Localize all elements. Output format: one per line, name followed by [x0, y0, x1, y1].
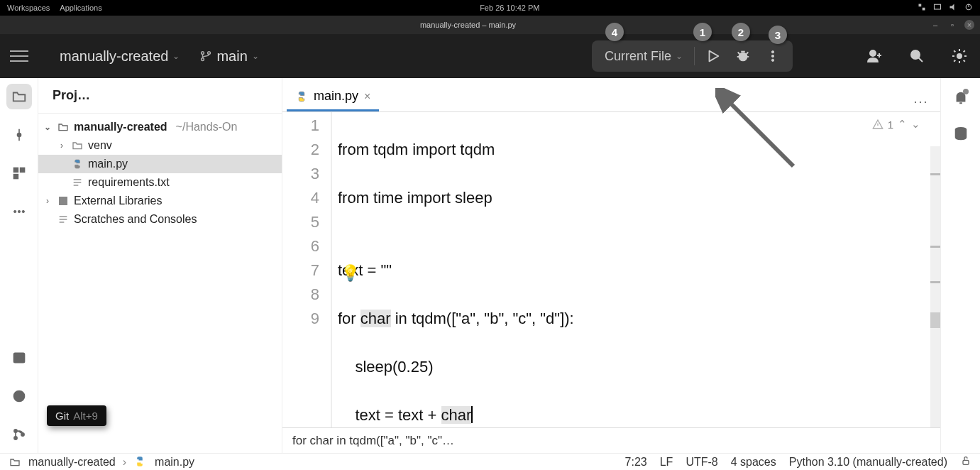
svg-point-8	[208, 52, 211, 55]
svg-point-41	[13, 437, 16, 439]
window-title: manually-created – main.py	[6, 21, 930, 29]
tooltip-shortcut: Alt+9	[73, 410, 98, 422]
svg-point-33	[18, 210, 20, 212]
callout-1: 1	[693, 23, 712, 41]
interpreter[interactable]: Python 3.10 (manually-created)	[789, 456, 947, 469]
debug-button[interactable]	[729, 42, 757, 70]
svg-rect-47	[62, 197, 65, 205]
annotation-arrow	[715, 88, 800, 173]
more-tools-button[interactable]	[6, 199, 32, 224]
svg-rect-29	[13, 168, 18, 173]
svg-point-34	[22, 210, 24, 212]
editor-tab-main-py[interactable]: main.py ×	[287, 82, 379, 111]
svg-point-20	[870, 50, 876, 56]
window-minimize-icon[interactable]: –	[930, 20, 940, 30]
tree-item-label: main.py	[88, 158, 128, 170]
project-selector-label: manually-created	[60, 48, 168, 65]
run-config-selector[interactable]: Current File ⌄	[598, 49, 690, 64]
tooltip-label: Git	[55, 410, 69, 422]
notification-dot-icon	[963, 89, 969, 94]
python-file-icon	[295, 90, 308, 103]
callout-4: 4	[605, 23, 624, 41]
vcs-branch-selector[interactable]: main ⌄	[199, 48, 258, 65]
chevron-down-icon: ⌄	[676, 51, 683, 61]
svg-marker-3	[950, 4, 954, 11]
git-tool-button[interactable]	[6, 422, 32, 447]
database-icon	[953, 126, 969, 142]
structure-icon	[12, 166, 26, 180]
person-plus-icon	[866, 48, 883, 65]
file-encoding[interactable]: UTF-8	[686, 456, 717, 469]
svg-point-6	[202, 52, 204, 55]
tree-item-requirements[interactable]: requirements.txt	[38, 173, 282, 192]
sys-volume-icon[interactable]	[949, 3, 957, 13]
window-maximize-icon[interactable]: ▫	[947, 20, 957, 30]
tree-item-label: venv	[88, 139, 112, 152]
settings-button[interactable]	[949, 45, 970, 67]
sys-network-icon[interactable]	[918, 3, 926, 13]
sys-screen-icon[interactable]	[933, 3, 942, 13]
tree-external-libraries[interactable]: › External Libraries	[38, 192, 282, 210]
terminal-icon	[12, 351, 26, 365]
svg-rect-1	[923, 8, 925, 11]
terminal-tool-button[interactable]	[6, 345, 32, 371]
project-tool-button[interactable]	[6, 84, 32, 109]
search-everywhere-button[interactable]	[906, 45, 927, 67]
folder-icon	[11, 89, 27, 104]
run-button[interactable]	[699, 42, 727, 70]
bug-icon	[735, 48, 751, 64]
breadcrumb-bar[interactable]: for char in tqdm(["a", "b", "c"…	[282, 427, 940, 453]
left-tool-rail	[0, 78, 38, 453]
sys-power-icon[interactable]	[964, 3, 973, 13]
sys-datetime: Feb 26 10:42 PM	[102, 4, 918, 12]
svg-rect-55	[963, 460, 969, 464]
text-caret	[471, 406, 473, 423]
readonly-lock-icon[interactable]	[960, 455, 971, 469]
git-icon	[12, 427, 26, 442]
close-tab-icon[interactable]: ×	[364, 90, 370, 103]
editor-scrollbar[interactable]	[930, 146, 940, 427]
tree-item-main-py[interactable]: main.py	[38, 155, 282, 173]
folder-icon	[71, 139, 84, 152]
system-top-bar: Workspaces Applications Feb 26 10:42 PM	[0, 0, 980, 16]
line-separator[interactable]: LF	[660, 456, 673, 469]
svg-point-25	[957, 54, 962, 58]
main-menu-button[interactable]	[7, 44, 31, 68]
notifications-button[interactable]	[950, 87, 971, 108]
svg-point-39	[18, 398, 20, 400]
indent-setting[interactable]: 4 spaces	[731, 456, 776, 469]
status-project[interactable]: manually-created	[28, 456, 116, 469]
ellipsis-icon	[12, 204, 26, 219]
database-tool-button[interactable]	[950, 124, 971, 145]
search-icon	[908, 48, 925, 65]
svg-rect-48	[65, 197, 67, 205]
code-editor[interactable]: 123 456 789 from tqdm import tqdm from t…	[282, 112, 940, 427]
svg-point-26	[17, 133, 21, 137]
svg-point-19	[771, 59, 773, 61]
run-config-label: Current File	[605, 49, 671, 64]
status-file[interactable]: main.py	[155, 456, 194, 469]
tree-scratches[interactable]: Scratches and Consoles	[38, 210, 282, 229]
sys-applications[interactable]: Applications	[60, 4, 101, 12]
intention-bulb-icon[interactable]: 💡	[341, 261, 360, 285]
sys-workspaces[interactable]: Workspaces	[7, 4, 50, 12]
svg-rect-2	[935, 4, 941, 9]
problems-tool-button[interactable]	[6, 383, 32, 409]
structure-tool-button[interactable]	[6, 160, 32, 186]
svg-rect-0	[919, 4, 922, 7]
caret-position[interactable]: 7:23	[625, 456, 647, 469]
run-more-button[interactable]	[759, 42, 787, 70]
code-with-me-button[interactable]	[864, 45, 885, 67]
project-selector[interactable]: manually-created ⌄	[60, 48, 180, 65]
tree-item-venv[interactable]: › venv	[38, 136, 282, 155]
code-content[interactable]: from tqdm import tqdm from time import s…	[332, 112, 574, 427]
gear-icon	[951, 48, 968, 65]
commit-tool-button[interactable]	[6, 122, 32, 148]
editor-tabs-more[interactable]: ⋮	[913, 95, 930, 111]
tree-root[interactable]: ⌄ manually-created ~/Hands-On	[38, 118, 282, 136]
window-close-icon[interactable]: ×	[964, 20, 974, 30]
tree-root-label: manually-created	[74, 121, 167, 133]
svg-line-14	[738, 53, 740, 55]
chevron-right-icon: ›	[43, 196, 53, 206]
svg-point-7	[202, 58, 204, 61]
